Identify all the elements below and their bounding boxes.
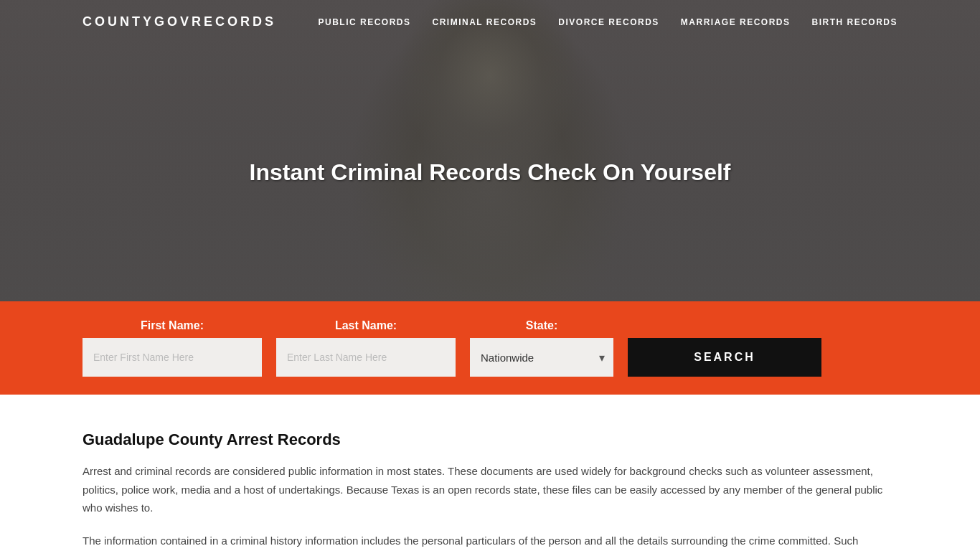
nav-item-public-records[interactable]: PUBLIC RECORDS	[319, 17, 411, 27]
last-name-label: Last Name:	[276, 319, 456, 332]
last-name-field: Last Name:	[276, 319, 456, 377]
search-section: First Name: Last Name: State: Nationwide…	[0, 301, 980, 395]
state-select-wrapper: NationwideAlabamaAlaskaArizonaArkansasCa…	[470, 338, 613, 377]
nav-item-criminal-records[interactable]: CRIMINAL RECORDS	[433, 17, 537, 27]
content-section: Guadalupe County Arrest Records Arrest a…	[0, 395, 980, 551]
first-name-label: First Name:	[83, 319, 262, 332]
state-field: State: NationwideAlabamaAlaskaArizonaArk…	[470, 319, 613, 377]
first-name-input[interactable]	[83, 338, 262, 377]
content-heading: Guadalupe County Arrest Records	[83, 430, 897, 449]
state-select[interactable]: NationwideAlabamaAlaskaArizonaArkansasCa…	[470, 338, 613, 377]
main-nav: PUBLIC RECORDSCRIMINAL RECORDSDIVORCE RE…	[319, 17, 898, 27]
state-label: State:	[470, 319, 613, 332]
nav-item-marriage-records[interactable]: MARRIAGE RECORDS	[681, 17, 791, 27]
content-paragraph-1: Arrest and criminal records are consider…	[83, 462, 897, 517]
site-logo[interactable]: COUNTYGOVRECORDS	[83, 14, 276, 29]
search-button[interactable]: SEARCH	[628, 338, 821, 377]
last-name-input[interactable]	[276, 338, 456, 377]
hero-section: Instant Criminal Records Check On Yourse…	[0, 0, 980, 301]
first-name-field: First Name:	[83, 319, 262, 377]
content-paragraph-2: The information contained in a criminal …	[83, 532, 897, 550]
nav-item-divorce-records[interactable]: DIVORCE RECORDS	[558, 17, 659, 27]
header: COUNTYGOVRECORDS PUBLIC RECORDSCRIMINAL …	[0, 0, 980, 44]
nav-item-birth-records[interactable]: BIRTH RECORDS	[811, 17, 897, 27]
hero-title: Instant Criminal Records Check On Yourse…	[235, 145, 745, 200]
